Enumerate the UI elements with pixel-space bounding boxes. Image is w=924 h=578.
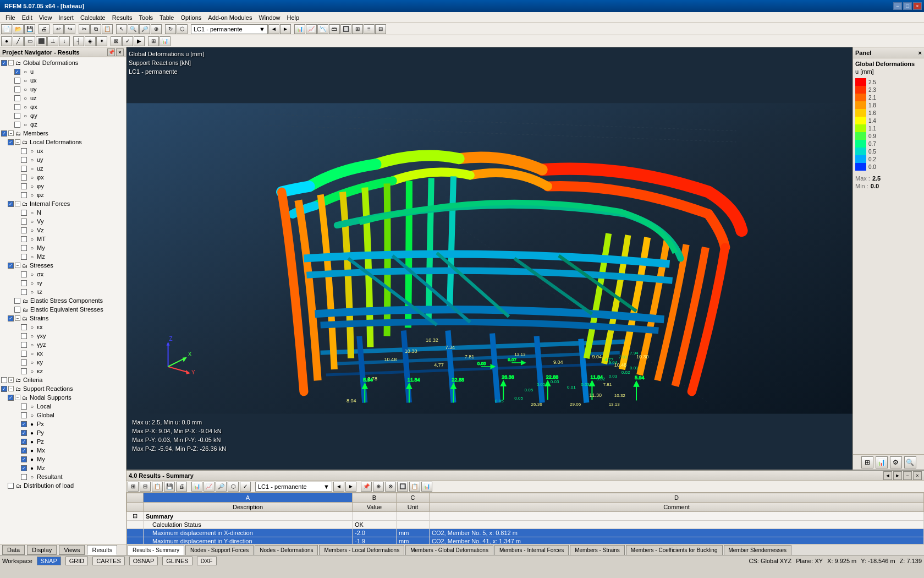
tab-views[interactable]: Views	[59, 545, 85, 555]
tab-display[interactable]: Display	[27, 545, 57, 555]
checkbox-phiz[interactable]	[14, 122, 20, 128]
cb-stresses[interactable]: ✓	[8, 263, 14, 269]
res-tb-11[interactable]: 📌	[361, 482, 372, 492]
checkbox-ux[interactable]	[14, 78, 20, 84]
res-tb-7[interactable]: 📈	[204, 482, 215, 492]
expand-global-deformations[interactable]: −	[8, 60, 14, 66]
cb-Mx[interactable]: ✓	[21, 448, 27, 454]
cb-uz2[interactable]	[21, 166, 27, 172]
menu-view[interactable]: View	[36, 13, 56, 22]
nav-pin-btn[interactable]: 📌	[107, 48, 115, 56]
tree-item-distr-load[interactable]: 🗂 Distribution of load	[0, 481, 126, 490]
checkbox-global-deformations[interactable]: ✓	[1, 60, 7, 66]
tree-item-global2[interactable]: ○ Global	[0, 411, 126, 419]
expand-local-def[interactable]: −	[15, 139, 20, 145]
checkbox-uz[interactable]	[14, 95, 20, 101]
results-next-lc[interactable]: ►	[345, 482, 356, 492]
tree-item-kx[interactable]: ○ κx	[0, 349, 126, 358]
menu-tools[interactable]: Tools	[135, 13, 156, 22]
rtab-members-buckling[interactable]: Members - Coefficients for Buckling	[626, 545, 723, 555]
paste-btn[interactable]: 📋	[102, 24, 113, 34]
cb-elastic-equiv[interactable]	[14, 307, 20, 313]
tree-item-phiz2[interactable]: ○ φz	[0, 190, 126, 199]
table-row-max-x[interactable]: Maximum displacement in X-direction -2.0…	[127, 529, 924, 537]
rtab-nodes-deform[interactable]: Nodes - Deformations	[255, 545, 318, 555]
tree-item-support-reactions[interactable]: ✓ − 🗂 Support Reactions	[0, 384, 126, 393]
expand-internal-forces[interactable]: −	[15, 201, 20, 206]
tree-item-uz[interactable]: ○ uz	[0, 94, 126, 102]
tree-item-uy2[interactable]: ○ uy	[0, 155, 126, 164]
res-tb-9[interactable]: ⬡	[228, 482, 239, 492]
menu-insert[interactable]: Insert	[55, 13, 77, 22]
cb-resultant[interactable]	[21, 474, 27, 480]
cb-Pz[interactable]: ✓	[21, 439, 27, 445]
cb-internal-forces[interactable]: ✓	[8, 201, 14, 207]
tab-data[interactable]: Data	[2, 545, 25, 555]
view-3d-btn[interactable]: ⬡	[177, 24, 188, 34]
tree-item-elastic-stress[interactable]: 🗂 Elastic Stress Components	[0, 296, 126, 305]
cb-kz[interactable]	[21, 368, 27, 374]
result2-btn[interactable]: 📈	[306, 24, 317, 34]
tree-item-local-deformations[interactable]: ✓ − 🗂 Local Deformations	[0, 138, 126, 146]
expand-support-reactions[interactable]: −	[8, 386, 14, 391]
rtab-members-internal[interactable]: Members - Internal Forces	[494, 545, 569, 555]
grid-toggle[interactable]: GRID	[65, 557, 89, 565]
menu-table[interactable]: Table	[156, 13, 177, 22]
line-btn[interactable]: ╱	[13, 36, 24, 46]
res-tb-5[interactable]: 🖨	[176, 482, 187, 492]
panel-settings-btn[interactable]: ⚙	[890, 456, 902, 468]
menu-options[interactable]: Options	[177, 13, 205, 22]
maximize-button[interactable]: □	[903, 2, 912, 10]
tree-item-tauz[interactable]: ○ τz	[0, 287, 126, 296]
graph-btn[interactable]: 📊	[160, 36, 170, 46]
rtab-summary[interactable]: Results - Summary	[128, 545, 184, 555]
cb-Px[interactable]: ✓	[21, 421, 27, 427]
section-btn[interactable]: ┤	[73, 36, 84, 46]
results-nav-prev[interactable]: ◄	[883, 471, 892, 480]
cb-distr-load[interactable]	[8, 483, 14, 489]
panel-zoom-btn[interactable]: 🔍	[904, 456, 916, 468]
res-tb-6[interactable]: 📊	[191, 482, 202, 492]
tree-item-u[interactable]: ✓ ○ u	[0, 67, 126, 76]
cb-kx[interactable]	[21, 351, 27, 357]
checkbox-phiy[interactable]	[14, 113, 20, 119]
viewport-3d[interactable]: Global Deformations u [mm] Support React…	[127, 47, 853, 470]
rtab-members-strains[interactable]: Members - Strains	[570, 545, 625, 555]
expand-criteria[interactable]: +	[8, 377, 14, 383]
cb-Vy[interactable]	[21, 219, 27, 225]
lc-dropdown[interactable]: LC1 - permanente ▼	[191, 24, 268, 34]
dxf-toggle[interactable]: DXF	[197, 557, 217, 565]
cb-ux2[interactable]	[21, 148, 27, 154]
cb-sigmax[interactable]	[21, 271, 27, 277]
tree-item-Mz[interactable]: ○ Mz	[0, 252, 126, 261]
table2-btn[interactable]: ⊞	[148, 36, 159, 46]
expand-nodal-supports[interactable]: −	[15, 395, 20, 400]
tree-item-N[interactable]: ○ N	[0, 208, 126, 217]
tree-item-ux[interactable]: ○ ux	[0, 76, 126, 85]
cb-phiz2[interactable]	[21, 192, 27, 198]
res-tb-1[interactable]: ⊞	[128, 482, 139, 492]
load-btn[interactable]: ↓	[59, 36, 70, 46]
tree-item-MT[interactable]: ○ MT	[0, 235, 126, 243]
res-tb-8[interactable]: 🔎	[216, 482, 227, 492]
result1-btn[interactable]: 📊	[294, 24, 305, 34]
tree-item-phiz[interactable]: ○ φz	[0, 120, 126, 129]
cb-tauy[interactable]	[21, 280, 27, 286]
tree-item-phix[interactable]: ○ φx	[0, 102, 126, 111]
mesh-btn[interactable]: ⊠	[111, 36, 122, 46]
checkbox-members[interactable]: ✓	[1, 130, 7, 137]
tree-item-global-deformations[interactable]: ✓ − 🗂 Global Deformations	[0, 58, 126, 67]
tree-item-sigmax[interactable]: ○ σx	[0, 270, 126, 279]
cb-gammaxy[interactable]	[21, 333, 27, 339]
tree-item-local[interactable]: ○ Local	[0, 402, 126, 411]
results-prev-lc[interactable]: ◄	[333, 482, 344, 492]
menu-file[interactable]: File	[2, 13, 19, 22]
checkbox-uy[interactable]	[14, 86, 20, 92]
result4-btn[interactable]: 🗃	[329, 24, 340, 34]
tree-item-uy[interactable]: ○ uy	[0, 85, 126, 94]
tree-item-Pz[interactable]: ✓ ● Pz	[0, 437, 126, 446]
row-expand-summary[interactable]: ⊟	[127, 512, 144, 521]
panel-graph-btn[interactable]: 📊	[876, 456, 888, 468]
tree-item-phiy[interactable]: ○ φy	[0, 111, 126, 120]
tree-item-tauy[interactable]: ○ τy	[0, 279, 126, 287]
